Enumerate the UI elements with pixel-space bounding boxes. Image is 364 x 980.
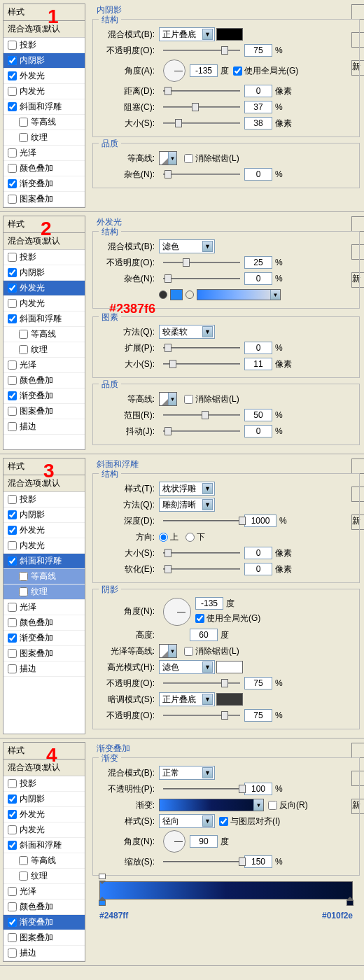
sidebar-item[interactable]: 外发光 <box>4 281 85 296</box>
dropdown[interactable]: 正常▼ <box>159 766 215 780</box>
solid-color-radio[interactable] <box>159 290 167 299</box>
value-input[interactable] <box>244 117 272 130</box>
style-checkbox[interactable] <box>8 510 17 519</box>
slider[interactable] <box>163 564 240 575</box>
value-input[interactable] <box>244 85 272 97</box>
value-input[interactable] <box>244 514 276 527</box>
antialias-checkbox[interactable]: 消除锯齿(L) <box>184 153 239 164</box>
slider-thumb[interactable] <box>239 517 246 525</box>
style-checkbox[interactable] <box>8 902 17 911</box>
sidebar-item[interactable]: 斜面和浮雕 <box>4 838 85 853</box>
slider[interactable] <box>163 426 240 437</box>
style-checkbox[interactable] <box>19 345 28 354</box>
style-checkbox[interactable] <box>8 603 17 612</box>
slider-thumb[interactable] <box>164 427 172 435</box>
gradient-stop-right[interactable] <box>346 900 354 907</box>
direction-down[interactable]: 下 <box>186 531 205 543</box>
ok-button[interactable] <box>351 743 364 758</box>
sidebar-item[interactable]: 内阴影 <box>4 53 85 69</box>
style-checkbox[interactable] <box>8 253 17 262</box>
style-checkbox[interactable] <box>8 284 17 293</box>
value-input[interactable] <box>244 709 272 722</box>
sidebar-item[interactable]: 内发光 <box>4 538 85 554</box>
direction-up[interactable]: 上 <box>159 531 178 543</box>
blend-options-default[interactable]: 混合选项:默认 <box>4 760 85 776</box>
angle-input[interactable] <box>190 64 218 77</box>
slider-thumb[interactable] <box>164 170 172 178</box>
sidebar-item[interactable]: 图案叠加 <box>4 404 85 419</box>
sidebar-item[interactable]: 描边 <box>4 419 85 435</box>
sidebar-item[interactable]: 光泽 <box>4 884 85 899</box>
style-checkbox[interactable] <box>19 118 28 127</box>
value-input[interactable] <box>244 677 272 690</box>
value-input[interactable] <box>244 547 272 559</box>
sidebar-item[interactable]: 光泽 <box>4 358 85 373</box>
slider[interactable] <box>163 342 240 354</box>
dropdown[interactable]: 正片叠底▼ <box>159 692 215 706</box>
style-checkbox[interactable] <box>19 856 28 865</box>
sidebar-item[interactable]: 渐变叠加 <box>4 388 85 404</box>
sidebar-item[interactable]: 图案叠加 <box>4 930 85 946</box>
gradient-preview[interactable]: ▼ <box>159 799 264 811</box>
antialias-checkbox[interactable]: 消除锯齿(L) <box>184 393 239 405</box>
style-checkbox[interactable] <box>8 825 17 834</box>
contour-picker[interactable]: ▼ <box>159 392 177 406</box>
antialias-checkbox[interactable]: 消除锯齿(L) <box>184 645 239 657</box>
slider-thumb[interactable] <box>164 565 172 573</box>
sidebar-item[interactable]: 内发光 <box>4 296 85 312</box>
sidebar-item[interactable]: 纹理 <box>4 584 85 600</box>
global-light-checkbox[interactable]: 使用全局光(G) <box>233 65 298 77</box>
value-input[interactable] <box>244 563 272 575</box>
style-checkbox[interactable] <box>8 422 17 431</box>
slider-thumb[interactable] <box>183 258 190 267</box>
style-checkbox[interactable] <box>8 87 17 96</box>
dropdown[interactable]: 径向▼ <box>159 814 215 828</box>
sidebar-item[interactable]: 等高线 <box>4 115 85 130</box>
angle-altitude-dial[interactable] <box>163 598 191 626</box>
slider[interactable] <box>163 257 240 268</box>
sidebar-item[interactable]: 斜面和浮雕 <box>4 554 85 569</box>
slider[interactable] <box>163 515 240 526</box>
sidebar-item[interactable]: 纹理 <box>4 130 85 146</box>
gradient-editor-bar[interactable] <box>99 881 353 899</box>
slider[interactable] <box>163 45 240 56</box>
dropdown[interactable]: 枕状浮雕▼ <box>159 482 215 496</box>
value-input[interactable] <box>244 101 272 113</box>
sidebar-item[interactable]: 等高线 <box>4 327 85 342</box>
sidebar-item[interactable]: 光泽 <box>4 146 85 161</box>
style-checkbox[interactable] <box>8 299 17 308</box>
style-checkbox[interactable] <box>8 376 17 385</box>
angle-dial[interactable] <box>163 59 186 82</box>
slider-thumb[interactable] <box>202 411 209 419</box>
angle-input[interactable] <box>195 597 223 610</box>
value-input[interactable] <box>244 409 272 421</box>
color-swatch[interactable] <box>216 693 243 706</box>
value-input[interactable] <box>244 256 272 269</box>
style-checkbox[interactable] <box>8 407 17 416</box>
sidebar-item[interactable]: 内阴影 <box>4 265 85 281</box>
style-checkbox[interactable] <box>8 360 17 370</box>
color-swatch[interactable] <box>216 28 243 41</box>
sidebar-item[interactable]: 颜色叠加 <box>4 899 85 915</box>
angle-dial[interactable] <box>163 830 186 853</box>
angle-input[interactable] <box>190 835 218 848</box>
sidebar-item[interactable]: 外发光 <box>4 523 85 538</box>
checkbox-option[interactable]: 与图层对齐(I) <box>219 816 280 827</box>
sidebar-item[interactable]: 描边 <box>4 946 85 961</box>
sidebar-item[interactable]: 纹理 <box>4 869 85 884</box>
sidebar-item[interactable]: 内阴影 <box>4 792 85 807</box>
style-checkbox[interactable] <box>8 794 17 804</box>
sidebar-item[interactable]: 内发光 <box>4 84 85 99</box>
sidebar-item[interactable]: 渐变叠加 <box>4 915 85 930</box>
sidebar-item[interactable]: 斜面和浮雕 <box>4 99 85 115</box>
slider[interactable] <box>163 710 240 721</box>
style-checkbox[interactable] <box>8 179 17 188</box>
style-checkbox[interactable] <box>8 841 17 850</box>
slider[interactable] <box>163 358 240 370</box>
gradient-radio[interactable] <box>186 290 194 299</box>
sidebar-item[interactable]: 等高线 <box>4 853 85 869</box>
slider[interactable] <box>163 85 240 97</box>
style-checkbox[interactable] <box>8 541 17 550</box>
sidebar-item[interactable]: 图案叠加 <box>4 192 85 207</box>
slider[interactable] <box>163 678 240 689</box>
